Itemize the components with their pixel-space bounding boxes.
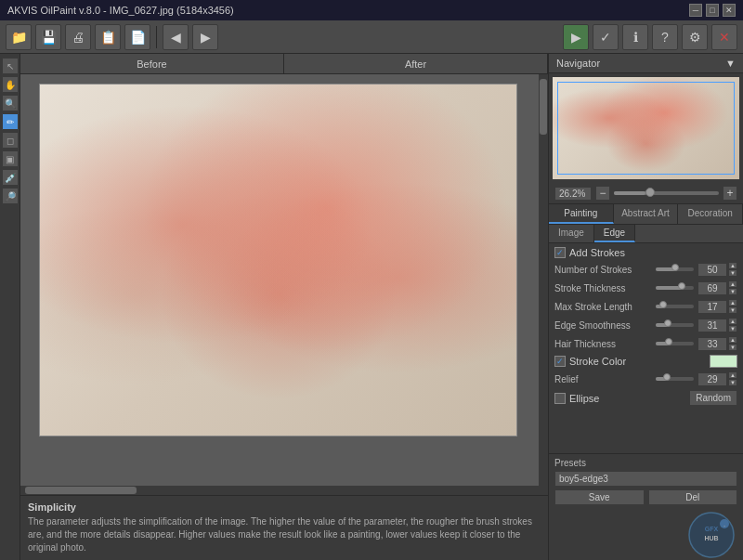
zoom-in-button[interactable]: + (723, 186, 737, 201)
stroke-thickness-thumb[interactable] (678, 282, 685, 290)
apply-button[interactable]: ✓ (593, 24, 619, 50)
relief-spinners: ▲ ▼ (728, 371, 737, 386)
edge-smoothness-value[interactable] (697, 319, 727, 332)
zoom-slider-fill (614, 191, 645, 195)
stroke-thickness-row: Stroke Thickness ▲ ▼ (554, 280, 737, 295)
number-of-strokes-up[interactable]: ▲ (728, 262, 737, 269)
settings-panel: ✓ Add Strokes Number of Strokes ▲ ▼ Stro… (549, 243, 743, 453)
navigator-thumbnail[interactable] (553, 77, 739, 179)
hair-thickness-value[interactable] (697, 337, 727, 351)
preset-name-input[interactable] (554, 471, 737, 487)
horizontal-scrollbar[interactable] (20, 486, 548, 495)
vertical-scrollbar[interactable] (539, 74, 548, 495)
add-strokes-checkbox[interactable]: ✓ (554, 247, 566, 258)
edge-smoothness-up[interactable]: ▲ (728, 318, 737, 325)
number-of-strokes-value[interactable] (697, 263, 727, 277)
minimize-button[interactable]: ─ (689, 4, 702, 17)
zoom-value-display[interactable]: 26.2% (554, 187, 592, 201)
max-stroke-length-value[interactable] (697, 300, 727, 314)
after-tab[interactable]: After (284, 54, 548, 73)
hair-thickness-thumb[interactable] (665, 338, 672, 345)
ellipse-checkbox[interactable]: ✓ (554, 393, 566, 404)
max-stroke-length-down[interactable]: ▼ (728, 306, 737, 314)
relief-up[interactable]: ▲ (728, 371, 737, 379)
navigator-header: Navigator ▼ (549, 54, 743, 73)
eyedropper-tool[interactable]: 💉 (2, 169, 19, 186)
vertical-scrollbar-thumb[interactable] (540, 79, 547, 135)
hair-thickness-up[interactable]: ▲ (728, 336, 737, 344)
max-stroke-length-up[interactable]: ▲ (728, 299, 737, 306)
close-button[interactable]: ✕ (723, 4, 736, 17)
copy-button[interactable]: 📋 (95, 24, 121, 50)
zoom-slider-thumb[interactable] (645, 188, 655, 197)
delete-preset-button[interactable]: Del (648, 489, 738, 505)
edge-smoothness-thumb[interactable] (664, 319, 671, 327)
zoom-out-tool[interactable]: 🔎 (2, 188, 19, 204)
sub-tab-edge[interactable]: Edge (594, 225, 635, 242)
max-stroke-length-slider[interactable] (656, 305, 694, 308)
stroke-thickness-value[interactable] (697, 281, 727, 295)
hair-thickness-row: Hair Thickness ▲ ▼ (554, 336, 737, 351)
open-button[interactable]: 📁 (6, 24, 32, 50)
cursor-tool[interactable]: ↖ (2, 58, 19, 74)
stroke-thickness-up[interactable]: ▲ (728, 280, 737, 288)
hair-thickness-down[interactable]: ▼ (728, 344, 737, 351)
paste-button[interactable]: 📄 (124, 24, 150, 50)
relief-value[interactable] (697, 372, 727, 386)
zoom-out-button[interactable]: − (595, 186, 610, 201)
stroke-thickness-slider[interactable] (656, 286, 694, 290)
number-of-strokes-down[interactable]: ▼ (728, 269, 737, 277)
help-button[interactable]: ? (652, 24, 678, 50)
random-button[interactable]: Random (689, 390, 737, 406)
maximize-button[interactable]: □ (706, 4, 719, 17)
relief-down[interactable]: ▼ (728, 379, 737, 386)
close-plugin-button[interactable]: ✕ (711, 24, 737, 50)
hair-thickness-slider[interactable] (656, 342, 694, 345)
max-stroke-length-thumb[interactable] (659, 301, 667, 308)
edge-smoothness-down[interactable]: ▼ (728, 325, 737, 332)
info-button[interactable]: ℹ (622, 24, 648, 50)
edge-smoothness-label: Edge Smoothness (554, 320, 652, 331)
stroke-color-swatch[interactable] (710, 355, 737, 368)
back-button[interactable]: ◀ (163, 24, 189, 50)
navigator-collapse-icon[interactable]: ▼ (725, 58, 736, 69)
preferences-button[interactable]: ⚙ (682, 24, 708, 50)
run-button[interactable]: ▶ (563, 24, 589, 50)
sub-tabs: Image Edge (549, 225, 743, 243)
stroke-color-row: ✓ Stroke Color (554, 355, 737, 368)
watermark-logo: GFX HUB . (687, 511, 736, 559)
before-tab[interactable]: Before (20, 54, 284, 73)
tab-painting[interactable]: Painting (549, 204, 614, 224)
canvas-viewport[interactable] (20, 74, 548, 495)
save-preset-button[interactable]: Save (554, 489, 645, 505)
print-button[interactable]: 🖨 (65, 24, 91, 50)
eraser-tool[interactable]: ◻ (2, 132, 19, 149)
zoom-slider[interactable] (614, 191, 719, 195)
tools-panel: ↖ ✋ 🔍 ✏ ◻ ▣ 💉 🔎 (0, 54, 20, 560)
ellipse-row: ✓ Ellipse Random (554, 390, 737, 406)
edge-smoothness-slider[interactable] (656, 323, 694, 327)
sub-tab-image[interactable]: Image (549, 225, 594, 242)
relief-slider[interactable] (656, 377, 694, 381)
save-button[interactable]: 💾 (35, 24, 61, 50)
titlebar: AKVIS OilPaint v.8.0 - IMG_0627.jpg (518… (0, 0, 743, 20)
zoom-tool[interactable]: 🔍 (2, 95, 19, 111)
svg-text:GFX: GFX (705, 526, 719, 532)
hand-tool[interactable]: ✋ (2, 76, 19, 93)
number-of-strokes-thumb[interactable] (671, 264, 679, 271)
forward-button[interactable]: ▶ (192, 24, 218, 50)
stroke-color-checkbox[interactable]: ✓ (554, 356, 566, 367)
relief-thumb[interactable] (663, 373, 671, 381)
stroke-color-label: Stroke Color (569, 356, 626, 367)
horizontal-scrollbar-thumb[interactable] (25, 487, 137, 494)
stroke-thickness-down[interactable]: ▼ (728, 288, 737, 295)
number-of-strokes-slider[interactable] (656, 267, 694, 271)
simplicity-title: Simplicity (28, 501, 541, 513)
gradient-tool[interactable]: ▣ (2, 150, 19, 167)
brush-tool[interactable]: ✏ (2, 113, 19, 130)
bottom-info-bar: Simplicity The parameter adjusts the sim… (20, 495, 548, 560)
tab-decoration[interactable]: Decoration (678, 204, 743, 224)
tab-abstract-art[interactable]: Abstract Art (614, 204, 679, 224)
canvas-area: Before After Simplicity The parameter ad… (20, 54, 548, 560)
number-of-strokes-spinners: ▲ ▼ (728, 262, 737, 277)
